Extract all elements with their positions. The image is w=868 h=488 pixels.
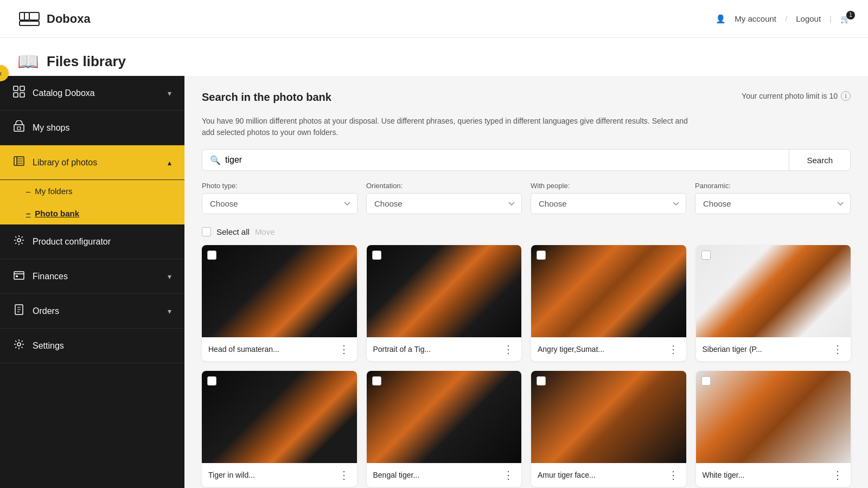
photo-card-2-image[interactable] — [367, 245, 522, 337]
photo-card-6-image[interactable] — [367, 371, 522, 463]
photo-card-6-title: Bengal tiger... — [373, 471, 420, 479]
sidebar-label-my-shops: My shops — [33, 123, 69, 133]
topbar-right: 👤 My account / Logout | 🛒 1 — [716, 14, 851, 24]
sidebar-sub-item-photo-bank[interactable]: – Photo bank — [0, 202, 184, 224]
chevron-down-icon-catalog: ▾ — [168, 89, 171, 98]
product-configurator-icon — [13, 234, 25, 249]
dash-icon-photo-bank: – — [26, 209, 30, 218]
photo-card-2-checkbox[interactable] — [372, 251, 381, 260]
photo-card-6: Bengal tiger... ⋮ — [367, 371, 522, 487]
orders-icon — [13, 304, 25, 318]
section-title: Search in the photo bank — [202, 91, 331, 104]
sidebar-item-product-configurator-left: Product configurator — [13, 234, 111, 249]
sidebar-item-catalog[interactable]: Catalog Doboxa ▾ — [0, 76, 184, 111]
photo-card-8-checkbox[interactable] — [701, 376, 711, 386]
photo-card-4-menu[interactable]: ⋮ — [832, 343, 844, 356]
photo-card-5-checkbox[interactable] — [207, 376, 216, 386]
photo-card-8-bottom: White tiger... ⋮ — [696, 463, 851, 487]
search-row: 🔍 Search — [202, 149, 851, 171]
svg-rect-2 — [20, 21, 39, 25]
filter-with-people: With people: Choose Yes No — [531, 182, 686, 214]
photo-card-4-image[interactable] — [696, 245, 851, 337]
photo-card-1-bottom: Head of sumateran... ⋮ — [202, 337, 357, 361]
photo-card-7-title: Amur tiger face... — [538, 471, 596, 479]
photo-card-1-checkbox[interactable] — [207, 251, 216, 260]
photo-card-3: Angry tiger,Sumat... ⋮ — [531, 245, 686, 361]
files-library-icon: 📖 — [17, 51, 39, 72]
select-all-checkbox[interactable] — [202, 227, 211, 236]
page-title: Files library — [47, 53, 126, 70]
sidebar-sublabel-my-folders: My folders — [35, 187, 72, 196]
search-input-wrap: 🔍 — [202, 149, 789, 171]
sidebar-sub-item-my-folders[interactable]: – My folders — [0, 180, 184, 202]
photo-card-5-bottom: Tiger in wild... ⋮ — [202, 463, 357, 487]
search-button[interactable]: Search — [789, 149, 851, 171]
photo-limit-text: Your current photo limit is 10 — [742, 92, 838, 100]
sidebar-label-catalog: Catalog Doboxa — [33, 88, 95, 98]
svg-rect-1 — [29, 12, 39, 20]
photo-card-3-image[interactable] — [531, 245, 686, 337]
dash-icon-folders: – — [26, 187, 30, 196]
logout-link[interactable]: Logout — [796, 14, 821, 23]
filter-with-people-select[interactable]: Choose Yes No — [531, 193, 686, 214]
photo-card-8-top — [696, 371, 851, 463]
my-account-link[interactable]: My account — [735, 14, 776, 23]
topbar-separator: / — [785, 14, 787, 23]
photo-card-6-checkbox[interactable] — [372, 376, 381, 386]
photo-card-5-image[interactable] — [202, 371, 357, 463]
photo-card-1-image[interactable] — [202, 245, 357, 337]
sidebar-item-settings[interactable]: Settings — [0, 329, 184, 363]
photo-card-7-checkbox[interactable] — [537, 376, 546, 386]
sidebar-item-catalog-left: Catalog Doboxa — [13, 86, 95, 100]
photo-card-3-title: Angry tiger,Sumat... — [538, 345, 604, 354]
sidebar-item-finances[interactable]: Finances ▾ — [0, 259, 184, 294]
sidebar: ‹ Catalog Doboxa ▾ My shops — [0, 76, 184, 488]
user-icon: 👤 — [716, 14, 726, 24]
finances-icon — [13, 269, 25, 284]
sidebar-item-my-shops[interactable]: My shops — [0, 111, 184, 145]
photo-card-1-menu[interactable]: ⋮ — [339, 343, 350, 356]
photo-card-7-menu[interactable]: ⋮ — [668, 468, 680, 481]
chevron-down-icon-finances: ▾ — [168, 272, 171, 281]
photo-card-2-top — [367, 245, 522, 337]
filter-orientation: Orientation: Choose Horizontal Vertical … — [366, 182, 522, 214]
app-logo-text: Doboxa — [47, 12, 91, 26]
photo-card-8-image[interactable] — [696, 371, 851, 463]
photo-card-2-title: Portrait of a Tig... — [373, 345, 431, 354]
search-input[interactable] — [225, 150, 781, 170]
info-icon[interactable]: ℹ — [841, 91, 851, 101]
sidebar-item-orders[interactable]: Orders ▾ — [0, 294, 184, 329]
topbar: Doboxa 👤 My account / Logout | 🛒 1 — [0, 0, 868, 38]
settings-icon — [13, 338, 25, 353]
svg-rect-4 — [14, 86, 18, 91]
sidebar-sublabel-photo-bank: Photo bank — [35, 209, 79, 218]
photo-card-5-menu[interactable]: ⋮ — [339, 468, 350, 481]
sidebar-item-my-shops-left: My shops — [13, 120, 69, 135]
filter-panoramic-select[interactable]: Choose Yes No — [695, 193, 851, 214]
photo-card-8-menu[interactable]: ⋮ — [832, 468, 844, 481]
photo-card-2-menu[interactable]: ⋮ — [503, 343, 515, 356]
filter-photo-type-select[interactable]: Choose Photo Illustration Vector — [202, 193, 358, 214]
sidebar-label-orders: Orders — [33, 306, 59, 316]
photo-card-1: Head of sumateran... ⋮ — [202, 245, 357, 361]
move-label[interactable]: Move — [255, 227, 275, 236]
photo-card-7-image[interactable] — [531, 371, 686, 463]
section-description: You have 90 million different photos at … — [202, 115, 690, 138]
photo-card-3-top — [531, 245, 686, 337]
sidebar-item-library[interactable]: Library of photos ▴ — [0, 145, 184, 180]
filter-orientation-select[interactable]: Choose Horizontal Vertical Square — [366, 193, 522, 214]
photo-card-6-menu[interactable]: ⋮ — [503, 468, 515, 481]
svg-rect-12 — [14, 272, 24, 279]
photo-card-2: Portrait of a Tig... ⋮ — [367, 245, 522, 361]
chevron-up-icon-library: ▴ — [168, 158, 171, 167]
photo-card-1-top — [202, 245, 357, 337]
sidebar-sub-library: – My folders – Photo bank — [0, 180, 184, 224]
svg-rect-8 — [14, 125, 24, 131]
sidebar-item-product-configurator[interactable]: Product configurator — [0, 224, 184, 259]
cart-icon[interactable]: 🛒 1 — [840, 14, 851, 24]
photo-card-4-checkbox[interactable] — [701, 251, 711, 260]
photo-card-3-menu[interactable]: ⋮ — [668, 343, 680, 356]
photo-card-3-checkbox[interactable] — [537, 251, 546, 260]
topbar-divider2: | — [829, 14, 832, 23]
photo-card-8: White tiger... ⋮ — [696, 371, 851, 487]
